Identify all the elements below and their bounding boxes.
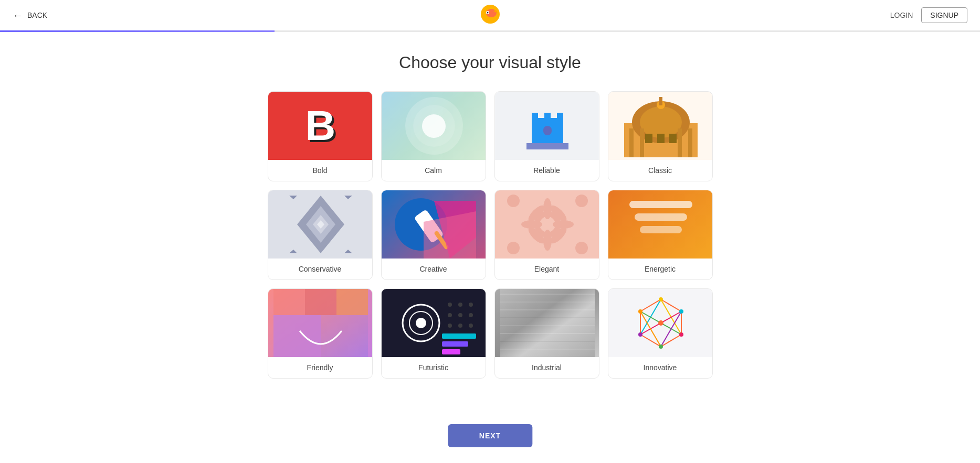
style-card-futuristic[interactable]: Futuristic [381,288,486,379]
energetic-label: Energetic [608,259,712,279]
svg-rect-51 [629,201,692,208]
calm-circle-outer [413,105,455,147]
page-title: Choose your visual style [399,53,581,72]
svg-point-67 [448,313,452,317]
energetic-image [608,190,713,259]
style-grid: B Bold Calm [268,91,713,379]
svg-rect-7 [557,113,563,121]
elegant-label: Elegant [495,259,599,279]
svg-rect-9 [526,143,568,149]
reliable-image [495,92,599,160]
classic-label: Classic [608,160,712,181]
creative-image [382,190,486,259]
conservative-label: Conservative [268,259,372,279]
svg-rect-57 [336,289,368,315]
style-card-conservative[interactable]: Conservative [268,190,373,280]
svg-point-12 [640,106,682,138]
futuristic-icon [387,289,481,357]
svg-point-3 [487,12,488,14]
bold-image: B [268,92,373,160]
style-card-friendly[interactable]: Friendly [268,288,373,379]
signup-button[interactable]: SIGNUP [921,7,967,23]
style-card-creative[interactable]: Creative [381,190,486,280]
svg-point-70 [448,324,452,328]
style-card-calm[interactable]: Calm [381,91,486,181]
svg-rect-17 [645,134,652,143]
style-card-industrial[interactable]: Industrial [494,288,599,379]
innovative-icon [614,289,708,357]
svg-point-41 [553,220,574,229]
svg-point-66 [469,303,473,307]
futuristic-label: Futuristic [382,357,486,378]
bold-label: Bold [268,160,372,181]
friendly-label: Friendly [268,357,372,378]
main-content: Choose your visual style B Bold Calm [0,32,980,431]
reliable-castle-icon [526,102,568,149]
svg-point-40 [521,220,542,229]
svg-rect-16 [688,128,692,157]
back-button[interactable]: ← BACK [13,9,47,21]
svg-point-68 [458,313,462,317]
industrial-icon [500,289,595,357]
calm-label: Calm [382,160,486,181]
industrial-image [495,289,599,357]
svg-point-48 [507,242,520,254]
svg-rect-56 [305,289,336,315]
svg-point-64 [448,303,452,307]
style-card-energetic[interactable]: Energetic [608,190,713,280]
login-button[interactable]: LOGIN [890,11,913,19]
svg-point-38 [543,198,552,219]
style-card-bold[interactable]: B Bold [268,91,373,181]
friendly-icon [273,289,368,357]
back-arrow-icon: ← [13,9,23,21]
svg-point-65 [458,303,462,307]
classic-building-icon [614,92,708,160]
svg-rect-55 [273,289,305,315]
reliable-label: Reliable [495,160,599,181]
svg-point-95 [679,309,683,314]
svg-marker-29 [344,250,352,253]
svg-point-63 [416,318,426,328]
style-card-innovative[interactable]: Innovative [608,288,713,379]
logo [480,4,501,27]
classic-image [608,92,713,160]
calm-image [382,92,486,160]
energetic-lines-icon [614,190,708,248]
conservative-pattern-icon [281,193,360,256]
futuristic-image [382,289,486,357]
svg-rect-21 [659,97,662,105]
svg-marker-28 [289,250,297,253]
bold-letter: B [305,102,336,150]
svg-rect-5 [532,113,538,121]
creative-label: Creative [382,259,486,279]
innovative-label: Innovative [608,357,712,378]
style-card-classic[interactable]: Classic [608,91,713,181]
creative-paintbrush-icon [392,190,476,259]
svg-point-46 [507,195,520,207]
svg-rect-73 [442,333,476,339]
svg-point-49 [575,242,588,254]
back-label: BACK [27,11,47,19]
industrial-label: Industrial [495,357,599,378]
svg-rect-74 [442,341,468,347]
style-card-elegant[interactable]: Elegant [494,190,599,280]
svg-rect-60 [387,289,481,357]
svg-rect-75 [442,349,460,354]
svg-point-98 [638,332,642,337]
innovative-image [608,289,713,357]
calm-circle-inner [422,114,446,138]
conservative-image [268,190,373,259]
logo-icon [480,4,501,25]
svg-rect-13 [629,128,634,157]
svg-rect-19 [669,134,677,143]
nav-right: LOGIN SIGNUP [890,7,967,23]
style-card-reliable[interactable]: Reliable [494,91,599,181]
svg-point-99 [638,309,642,314]
svg-point-94 [659,297,663,302]
svg-point-69 [469,313,473,317]
svg-rect-14 [640,128,644,157]
svg-point-39 [543,230,552,251]
svg-point-93 [658,320,663,326]
svg-point-72 [469,324,473,328]
next-button[interactable]: NEXT [448,424,532,447]
